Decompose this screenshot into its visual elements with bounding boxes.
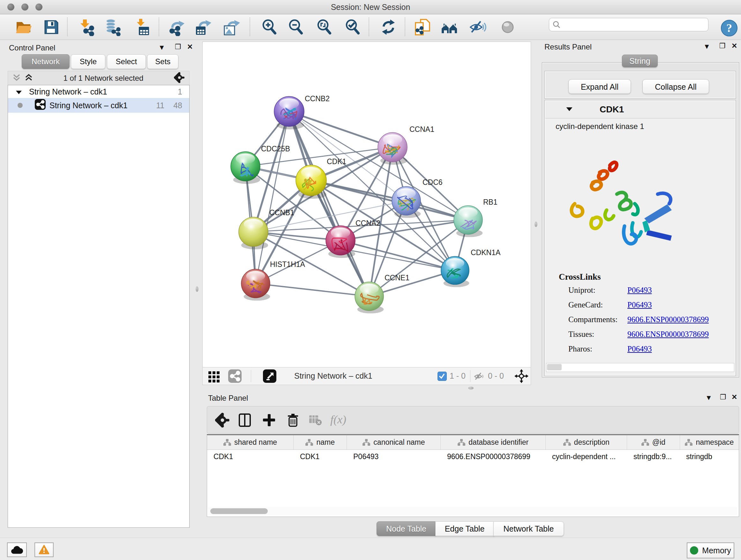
crosslink-row: GeneCard:P06493 xyxy=(559,300,709,315)
collapse-all-chevron-icon[interactable] xyxy=(12,73,21,84)
open-folder-icon[interactable] xyxy=(14,18,32,36)
node-label-cdk1: CDK1 xyxy=(327,158,346,166)
export-image-icon[interactable] xyxy=(222,18,240,36)
help-icon[interactable]: ? xyxy=(720,19,736,35)
crosslink-link[interactable]: 9606.ENSP00000378699 xyxy=(627,330,709,338)
node-gloss xyxy=(360,284,379,294)
column-header-shared-name[interactable]: shared name xyxy=(207,435,293,449)
panel-menu-icon[interactable]: ▼ xyxy=(158,44,165,52)
cell-canonical-name[interactable]: P06493 xyxy=(347,452,441,461)
grid-view-icon[interactable] xyxy=(208,370,220,384)
string-share-icon[interactable] xyxy=(228,369,242,384)
delete-column-icon[interactable] xyxy=(286,413,300,428)
crosslink-row: Tissues:9606.ENSP00000378699 xyxy=(559,330,709,345)
panel-float-icon[interactable]: ❐ xyxy=(175,43,181,51)
tab-style[interactable]: Style xyxy=(71,54,105,69)
export-network-icon[interactable] xyxy=(168,18,186,36)
collapse-triangle-icon[interactable] xyxy=(16,87,22,97)
node-label-cdc25b: CDC25B xyxy=(261,145,290,153)
table-gear-icon[interactable] xyxy=(215,413,230,428)
tab-network-table[interactable]: Network Table xyxy=(493,521,564,536)
fit-content-crosshair-icon[interactable] xyxy=(515,369,529,384)
save-session-icon[interactable] xyxy=(42,18,60,36)
network-edge[interactable] xyxy=(289,111,393,147)
network-collection-row[interactable]: String Network – cdk1 1 xyxy=(8,85,189,98)
panel-close-icon[interactable]: ✕ xyxy=(731,393,737,401)
vertical-splitter-handle[interactable] xyxy=(535,222,537,227)
panel-close-icon[interactable]: ✕ xyxy=(731,42,737,50)
cell-description[interactable]: cyclin-dependent ... xyxy=(546,452,627,461)
cell-id[interactable]: stringdb:9... xyxy=(627,452,680,461)
tab-select[interactable]: Select xyxy=(107,54,146,69)
warning-status-button[interactable] xyxy=(35,543,54,557)
zoom-out-icon[interactable] xyxy=(287,18,305,36)
protein-card-header[interactable]: CDK1 xyxy=(545,101,735,118)
tab-edge-table[interactable]: Edge Table xyxy=(435,521,494,536)
network-edge[interactable] xyxy=(311,180,468,220)
crosslink-link[interactable]: P06493 xyxy=(627,300,652,309)
selected-checkbox-icon[interactable] xyxy=(437,372,447,381)
panel-close-icon[interactable]: ✕ xyxy=(187,43,193,51)
network-edge[interactable] xyxy=(256,111,289,284)
add-column-icon[interactable] xyxy=(262,413,276,428)
birds-eye-view-icon[interactable] xyxy=(263,369,276,384)
share-document-icon[interactable] xyxy=(414,18,431,36)
crosslink-link[interactable]: 9606.ENSP00000378699 xyxy=(627,315,709,324)
tab-sets[interactable]: Sets xyxy=(147,54,179,69)
network-view-canvas[interactable]: CCNB2CCNA1CDC25BCDK1CDC6RB1CCNB1CCNA2CDK… xyxy=(202,42,531,368)
cell-shared-name[interactable]: CDK1 xyxy=(207,452,293,461)
crosslinks-heading: CrossLinks xyxy=(559,272,709,282)
crosslink-label: Compartments: xyxy=(568,315,627,324)
hide-panel-eye-icon[interactable] xyxy=(469,18,487,36)
column-header-database-identifier[interactable]: database identifier xyxy=(441,435,546,449)
import-table-icon[interactable] xyxy=(133,18,151,36)
panel-menu-icon[interactable]: ▼ xyxy=(705,394,712,402)
zoom-selected-icon[interactable] xyxy=(344,18,361,36)
tab-network[interactable]: Network xyxy=(22,54,70,69)
cell-database-identifier[interactable]: 9606.ENSP00000378699 xyxy=(441,452,546,461)
results-scrollbar[interactable] xyxy=(546,363,734,372)
scrollbar-thumb[interactable] xyxy=(210,508,268,514)
zoom-fit-icon[interactable] xyxy=(315,18,333,36)
column-header-namespace[interactable]: namespace xyxy=(680,435,739,449)
select-columns-icon[interactable] xyxy=(238,413,252,428)
gear-icon[interactable] xyxy=(174,72,185,84)
cell-namespace[interactable]: stringdb xyxy=(680,452,739,461)
network-row-selected[interactable]: String Network – cdk1 11 48 xyxy=(8,98,189,113)
table-row[interactable]: CDK1 CDK1 P06493 9606.ENSP00000378699 cy… xyxy=(207,450,739,463)
import-network-icon[interactable] xyxy=(78,18,96,36)
refresh-icon[interactable] xyxy=(380,18,397,36)
node-gloss xyxy=(459,207,477,217)
home-pages-icon[interactable] xyxy=(441,18,459,36)
memory-button[interactable]: Memory xyxy=(687,543,734,558)
zoom-in-icon[interactable] xyxy=(260,18,278,36)
collection-count: 1 xyxy=(178,87,182,97)
toolbar-divider xyxy=(67,17,68,36)
network-edge[interactable] xyxy=(289,111,369,296)
horizontal-splitter-handle[interactable] xyxy=(468,387,474,389)
network-edge[interactable] xyxy=(256,284,369,296)
column-header-id[interactable]: @id xyxy=(627,435,680,449)
network-view-toolbar: String Network – cdk1 1 - 0 0 - 0 xyxy=(202,367,531,385)
table-horizontal-scrollbar[interactable] xyxy=(208,507,738,515)
tab-string[interactable]: String xyxy=(622,55,658,67)
panel-menu-icon[interactable]: ▼ xyxy=(703,43,711,51)
column-header-canonical-name[interactable]: canonical name xyxy=(347,435,441,449)
expand-all-button[interactable]: Expand All xyxy=(568,79,631,94)
import-database-icon[interactable] xyxy=(104,18,122,36)
column-header-description[interactable]: description xyxy=(546,435,627,449)
collapse-all-button[interactable]: Collapse All xyxy=(643,79,709,94)
search-input[interactable] xyxy=(561,20,708,29)
panel-float-icon[interactable]: ❐ xyxy=(720,393,726,401)
expand-all-chevron-icon[interactable] xyxy=(24,73,33,84)
panel-float-icon[interactable]: ❐ xyxy=(719,42,726,50)
vertical-splitter-handle[interactable] xyxy=(196,287,199,292)
column-header-name[interactable]: name xyxy=(293,435,347,449)
collapse-triangle-icon[interactable] xyxy=(566,107,573,113)
tab-node-table[interactable]: Node Table xyxy=(377,521,436,536)
cell-name[interactable]: CDK1 xyxy=(293,452,347,461)
crosslink-link[interactable]: P06493 xyxy=(627,345,652,353)
export-table-icon[interactable] xyxy=(194,18,212,36)
cloud-status-button[interactable] xyxy=(7,543,27,557)
crosslink-link[interactable]: P06493 xyxy=(627,286,652,294)
